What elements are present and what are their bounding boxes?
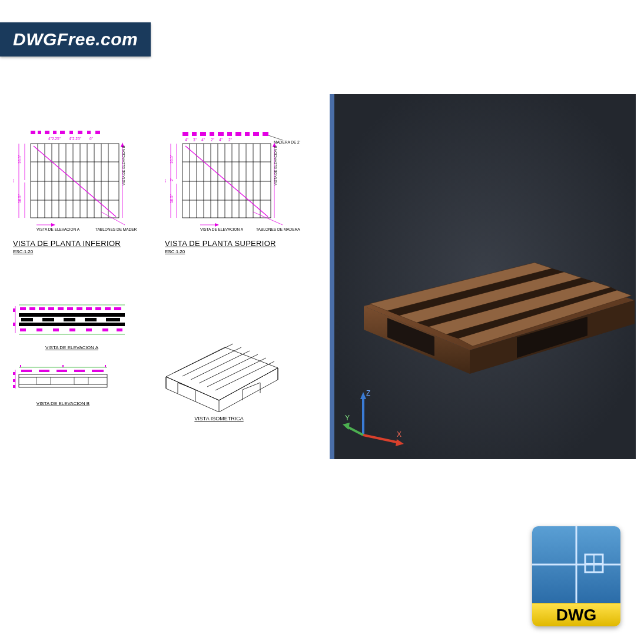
svg-rect-126: [19, 313, 125, 317]
svg-line-15: [363, 435, 399, 443]
svg-text:4"2.25": 4"2.25": [48, 137, 61, 141]
svg-text:VISTA DE ELEVACION A: VISTA DE ELEVACION A: [200, 227, 244, 231]
svg-rect-117: [39, 307, 45, 310]
plan-inferior-scale: ESC:1:20: [13, 249, 137, 254]
svg-rect-139: [117, 328, 122, 331]
svg-rect-29: [95, 131, 100, 134]
svg-text:TABLONES DE MADERA 1"X4": TABLONES DE MADERA 1"X4": [95, 227, 137, 231]
plan-inferior-title: VISTA DE PLANTA INFERIOR: [13, 239, 137, 248]
pallet-3d-render: [340, 230, 635, 383]
dwg-badge-label: DWG: [532, 603, 620, 626]
svg-rect-71: [235, 132, 241, 136]
svg-text:VISTA DE ELEVACION A: VISTA DE ELEVACION A: [36, 227, 80, 231]
svg-rect-24: [53, 131, 57, 134]
svg-line-112: [253, 212, 283, 225]
svg-rect-161: [13, 385, 15, 388]
svg-text:X: X: [397, 430, 401, 439]
svg-marker-110: [215, 223, 219, 227]
svg-rect-160: [13, 379, 15, 382]
svg-line-170: [199, 354, 258, 383]
svg-rect-28: [87, 131, 91, 134]
svg-text:6": 6": [89, 137, 94, 141]
technical-drawings: 4"2.25" 4"2.25" 6" 37" 16.5" 16.5": [13, 130, 319, 542]
svg-rect-136: [69, 328, 75, 331]
svg-rect-134: [36, 328, 42, 331]
svg-line-168: [182, 347, 241, 376]
svg-line-169: [191, 351, 250, 380]
svg-rect-26: [69, 131, 73, 134]
svg-rect-27: [78, 131, 82, 134]
svg-rect-23: [45, 131, 49, 134]
svg-rect-159: [13, 372, 15, 375]
svg-text:2": 2": [211, 138, 215, 142]
svg-text:Z: Z: [366, 389, 370, 397]
svg-line-167: [174, 344, 233, 373]
svg-rect-143: [13, 323, 15, 326]
svg-rect-151: [74, 370, 85, 372]
isometric-view: VISTA ISOMETRICA: [154, 312, 284, 421]
svg-line-171: [207, 358, 266, 387]
svg-rect-22: [38, 131, 41, 134]
svg-text:16.5": 16.5": [18, 194, 22, 203]
svg-rect-124: [105, 307, 111, 310]
svg-text:VISTA DE ELEVACION B: VISTA DE ELEVACION B: [274, 145, 277, 185]
svg-rect-153: [19, 374, 107, 387]
svg-marker-59: [51, 223, 55, 227]
svg-rect-67: [200, 132, 206, 136]
svg-text:4"2.25": 4"2.25": [69, 137, 82, 141]
svg-text:16.5": 16.5": [170, 194, 174, 203]
svg-marker-166: [166, 368, 278, 412]
svg-rect-70: [227, 132, 232, 136]
svg-rect-119: [58, 307, 64, 310]
svg-rect-130: [85, 318, 97, 321]
dwg-file-badge: DWG: [532, 526, 620, 626]
svg-rect-142: [13, 308, 15, 312]
svg-rect-66: [192, 132, 197, 136]
svg-rect-69: [218, 132, 224, 136]
svg-rect-65: [182, 132, 188, 136]
svg-rect-135: [53, 328, 59, 331]
svg-rect-74: [263, 132, 268, 136]
elevation-a-label: VISTA DE ELEVACION A: [13, 345, 131, 350]
dwg-badge-icon: [532, 526, 620, 603]
svg-rect-120: [67, 307, 73, 310]
plan-superior-scale: ESC:1:20: [165, 249, 288, 254]
svg-rect-157: [74, 377, 88, 384]
svg-rect-132: [19, 323, 125, 326]
elevation-a: VISTA DE ELEVACION A: [13, 300, 131, 350]
svg-rect-73: [253, 132, 259, 136]
svg-line-81: [268, 135, 283, 140]
svg-text:37": 37": [13, 177, 15, 182]
svg-text:Y: Y: [345, 414, 350, 422]
svg-text:3": 3": [193, 138, 197, 142]
svg-rect-128: [42, 318, 54, 321]
svg-rect-152: [92, 370, 104, 372]
svg-text:37": 37": [165, 177, 167, 182]
viewport-3d[interactable]: Z X Y: [330, 94, 636, 459]
svg-rect-146: [62, 365, 64, 367]
isometric-label: VISTA ISOMETRICA: [154, 416, 284, 421]
svg-marker-16: [396, 439, 404, 446]
svg-text:4": 4": [219, 138, 223, 142]
svg-rect-138: [102, 328, 108, 331]
svg-text:16.5": 16.5": [170, 154, 174, 164]
svg-rect-25: [60, 131, 65, 134]
axis-gizmo-icon: Z X Y: [343, 385, 407, 450]
svg-rect-72: [245, 132, 250, 136]
plan-superior-title: VISTA DE PLANTA SUPERIOR: [165, 239, 288, 248]
svg-rect-137: [86, 328, 92, 331]
svg-rect-147: [105, 365, 106, 367]
svg-marker-19: [343, 423, 350, 430]
svg-text:TABLONES DE MADERA 1"X4": TABLONES DE MADERA 1"X4": [256, 227, 300, 231]
svg-marker-162: [166, 347, 278, 400]
svg-marker-13: [360, 392, 366, 399]
svg-text:2": 2": [228, 138, 233, 142]
svg-rect-133: [20, 328, 26, 331]
svg-rect-145: [20, 365, 21, 367]
svg-rect-149: [39, 370, 49, 372]
svg-rect-127: [21, 318, 33, 321]
svg-rect-131: [106, 318, 120, 321]
svg-rect-116: [29, 307, 35, 310]
svg-text:MADERA DE 2"X4": MADERA DE 2"X4": [274, 140, 300, 144]
svg-text:4": 4": [201, 138, 205, 142]
